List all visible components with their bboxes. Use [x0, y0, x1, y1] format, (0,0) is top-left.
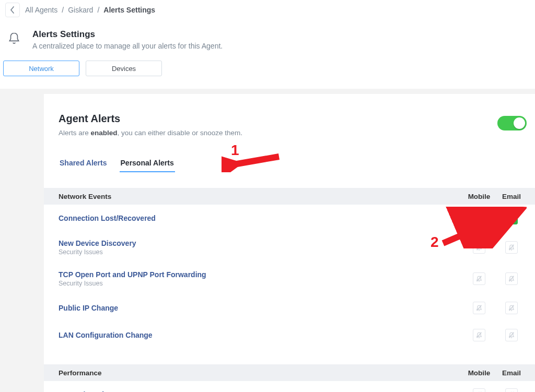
- network-performance-email-toggle[interactable]: [505, 388, 518, 392]
- card-title: Agent Alerts: [59, 113, 242, 125]
- back-button[interactable]: [5, 3, 20, 17]
- section-header: Network EventsMobileEmail: [44, 188, 535, 205]
- breadcrumb: All Agents / Giskard / Alerts Settings: [25, 6, 155, 14]
- event-title[interactable]: New Device Discovery: [59, 239, 463, 247]
- tab-network[interactable]: Network: [3, 61, 79, 76]
- breadcrumb-root[interactable]: All Agents: [25, 6, 57, 14]
- col-mobile: Mobile: [463, 369, 495, 377]
- connection-lost-recovered-email-toggle[interactable]: [505, 212, 518, 224]
- toggle-knob: [514, 117, 525, 129]
- page-subtitle: A centralized place to manage all your a…: [32, 42, 223, 50]
- tab-personal-alerts[interactable]: Personal Alerts: [120, 156, 175, 172]
- section-name: Network Events: [59, 193, 111, 200]
- event-row: Network Performance: [44, 381, 535, 392]
- event-row: TCP Open Port and UPNP Port ForwardingSe…: [44, 263, 535, 294]
- bell-icon: [5, 29, 23, 45]
- alerts-enabled-toggle[interactable]: [497, 116, 527, 130]
- event-subtitle: Security Issues: [59, 248, 463, 256]
- network-performance-mobile-toggle[interactable]: [473, 388, 485, 392]
- section-name: Performance: [59, 369, 102, 377]
- col-email: Email: [495, 193, 528, 200]
- public-ip-change-mobile-toggle[interactable]: [473, 302, 485, 314]
- event-row: New Device DiscoverySecurity Issues: [44, 232, 535, 263]
- event-subtitle: Security Issues: [59, 280, 463, 287]
- col-email: Email: [495, 369, 528, 377]
- breadcrumb-sep: /: [97, 6, 99, 14]
- tcp-open-port-and-upnp-port-forwarding-mobile-toggle[interactable]: [473, 272, 485, 285]
- event-row: Public IP Change: [44, 294, 535, 322]
- public-ip-change-email-toggle[interactable]: [505, 302, 518, 314]
- col-mobile: Mobile: [463, 193, 495, 200]
- breadcrumb-leaf: Alerts Settings: [103, 6, 155, 14]
- event-title[interactable]: Public IP Change: [59, 304, 463, 312]
- tab-shared-alerts[interactable]: Shared Alerts: [59, 156, 108, 172]
- lan-configuration-change-email-toggle[interactable]: [505, 329, 518, 341]
- chevron-left-icon: [10, 6, 15, 14]
- lan-configuration-change-mobile-toggle[interactable]: [473, 329, 485, 341]
- tab-devices[interactable]: Devices: [86, 61, 162, 76]
- breadcrumb-sep: /: [62, 6, 64, 14]
- card-sub-pre: Alerts are: [59, 129, 91, 137]
- event-row: Connection Lost/Recovered: [44, 205, 535, 232]
- page-title: Alerts Settings: [32, 29, 223, 40]
- event-title[interactable]: TCP Open Port and UPNP Port Forwarding: [59, 270, 463, 279]
- connection-lost-recovered-mobile-toggle[interactable]: [473, 212, 485, 224]
- event-title[interactable]: Connection Lost/Recovered: [59, 214, 463, 222]
- card-subtitle: Alerts are enabled, you can either disab…: [59, 129, 242, 137]
- breadcrumb-mid[interactable]: Giskard: [68, 6, 93, 14]
- new-device-discovery-mobile-toggle[interactable]: [473, 241, 485, 254]
- new-device-discovery-email-toggle[interactable]: [505, 241, 518, 254]
- card-sub-post: , you can either disable or snooze them.: [118, 129, 242, 137]
- tcp-open-port-and-upnp-port-forwarding-email-toggle[interactable]: [505, 272, 518, 285]
- section-header: PerformanceMobileEmail: [44, 364, 535, 381]
- event-title[interactable]: LAN Configuration Change: [59, 331, 463, 339]
- card-sub-bold: enabled: [91, 129, 118, 137]
- event-row: LAN Configuration Change: [44, 322, 535, 349]
